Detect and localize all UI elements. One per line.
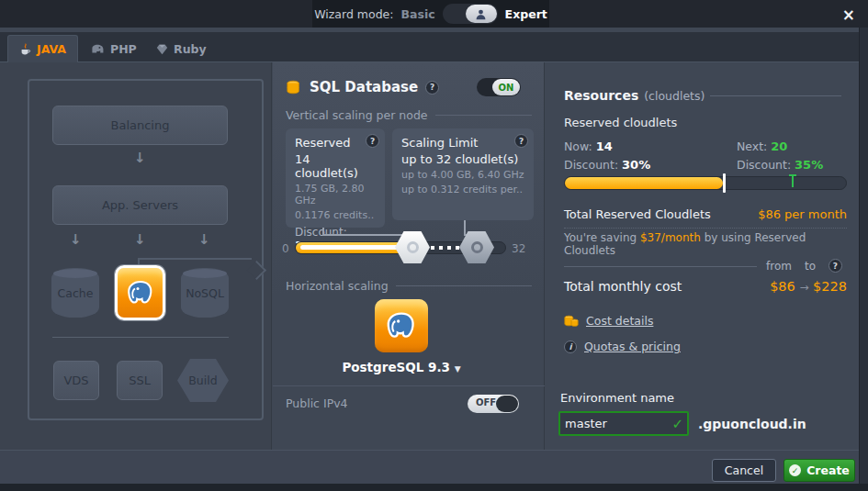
tab-java-label: JAVA	[37, 42, 66, 56]
node-vds[interactable]: VDS	[53, 361, 99, 400]
tab-ruby[interactable]: Ruby	[145, 35, 218, 62]
total-monthly-cost-row: Total monthly cost $86 → $228	[564, 279, 847, 294]
monthly-cost-rule	[564, 266, 757, 267]
now-label: Now:	[564, 139, 592, 153]
footer-bar: Cancel ✓ Create	[0, 450, 859, 484]
now-value: 14	[596, 139, 613, 153]
node-balancing[interactable]: Balancing	[52, 106, 228, 145]
arrow-right-icon: →	[799, 281, 808, 294]
resources-title: Resources	[564, 88, 638, 103]
help-icon[interactable]: ?	[514, 134, 528, 148]
vertical-scaling-heading: Vertical scaling per node	[286, 108, 532, 122]
next-label: Next:	[737, 139, 767, 153]
language-tabstrip: JAVA PHP Ruby	[0, 32, 859, 62]
scaling-limit-slider-handle[interactable]	[459, 231, 494, 263]
wizard-mode-toggle-knob	[466, 5, 497, 23]
sql-settings-panel: SQL Database ? ON Vertical scaling per n…	[273, 62, 545, 450]
resources-subtitle: (cloudlets)	[644, 89, 705, 103]
wizard-mode-label: Wizard mode:	[314, 7, 393, 21]
tab-php[interactable]: PHP	[79, 35, 148, 62]
quotas-pricing-label: Quotas & pricing	[584, 340, 681, 353]
sql-database-header: SQL Database ?	[286, 79, 439, 95]
tab-php-label: PHP	[110, 42, 137, 56]
public-ipv4-toggle[interactable]: OFF	[468, 395, 519, 413]
limit-card-specs: up to 4.00 GB, 6.40 GHz	[401, 169, 524, 181]
domain-suffix-label: .gpuoncloud.in	[698, 417, 806, 431]
arrow-down-icon: ↓	[70, 231, 82, 248]
help-icon[interactable]: ?	[425, 81, 439, 95]
savings-value: $37/month	[640, 231, 701, 244]
heading-rule	[396, 285, 532, 286]
node-ssl[interactable]: SSL	[117, 361, 163, 400]
monthly-to-value: $228	[813, 279, 847, 294]
close-icon[interactable]: ×	[842, 7, 855, 23]
reserved-card-credits: 0.1176 credits..	[295, 209, 376, 221]
wizard-mode-toggle[interactable]	[443, 4, 498, 24]
postgresql-icon	[124, 276, 157, 309]
node-sql-postgresql-selected[interactable]	[115, 265, 165, 320]
postgresql-icon	[383, 307, 420, 344]
slider-max-label: 32	[512, 242, 525, 255]
total-monthly-cost-value: $86 → $228	[770, 279, 847, 294]
limit-card-credits: up to 0.312 credits per..	[401, 184, 524, 195]
reserved-progress-fill	[565, 177, 723, 189]
engine-version-dropdown[interactable]: PostgreSQL 9.3 ▼	[273, 360, 530, 374]
create-button-label: Create	[806, 463, 850, 477]
scaling-limit-card: ? Scaling Limit up to 32 cloudlet(s) up …	[392, 128, 534, 220]
public-ipv4-off-label: OFF	[476, 397, 496, 407]
environment-name-field: ✓	[558, 411, 689, 436]
node-cache[interactable]: Cache	[51, 268, 99, 318]
wizard-screen: Wizard mode: Basic Expert JA	[0, 0, 868, 491]
resources-heading: Resources (cloudlets)	[564, 88, 841, 103]
cancel-button[interactable]: Cancel	[712, 459, 776, 482]
person-icon	[475, 8, 487, 20]
create-button[interactable]: ✓ Create	[783, 459, 855, 482]
horizontal-scaling-heading: Horizontal scaling	[286, 279, 532, 293]
heading-rule	[435, 115, 532, 116]
reserved-card-specs: 1.75 GB, 2.80 GHz	[295, 183, 376, 206]
current-position-marker[interactable]	[723, 173, 726, 193]
ruby-gem-icon	[156, 43, 168, 55]
reserved-slider-handle[interactable]	[395, 231, 430, 263]
help-icon[interactable]: ?	[366, 134, 379, 148]
valid-check-icon: ✓	[671, 416, 687, 432]
reserved-card-cloudlets: 14 cloudlet(s)	[295, 152, 376, 180]
tab-ruby-label: Ruby	[174, 42, 207, 56]
wizard-mode-box: Wizard mode: Basic Expert	[312, 0, 549, 28]
cost-details-link[interactable]: Cost details	[564, 314, 653, 328]
savings-note: You're saving $37/month by using Reserve…	[564, 231, 859, 257]
node-nosql[interactable]: NoSQL	[181, 268, 229, 318]
dialog-right-edge	[859, 28, 868, 484]
sql-database-toggle[interactable]: ON	[477, 78, 521, 96]
page-backdrop	[0, 484, 868, 491]
reserved-card-title: Reserved	[295, 136, 376, 150]
node-app-servers[interactable]: App. Servers	[52, 185, 228, 225]
public-ipv4-label: Public IPv4	[286, 396, 348, 410]
next-discount-pin	[789, 174, 796, 176]
check-circle-icon: ✓	[789, 464, 801, 476]
now-value-row: Now: 14	[564, 139, 613, 153]
engine-version-label: PostgreSQL 9.3	[342, 360, 450, 374]
card-connector	[464, 220, 466, 234]
node-build-label: Build	[188, 374, 217, 387]
handle-ring	[471, 241, 483, 253]
discount-now-value: 30%	[622, 158, 650, 172]
database-stack-icon	[286, 80, 302, 95]
cost-details-label: Cost details	[586, 314, 653, 328]
node-nosql-label: NoSQL	[186, 286, 224, 300]
discount-label: Discount:	[295, 226, 347, 239]
java-icon	[19, 43, 31, 56]
top-bar: Wizard mode: Basic Expert	[0, 0, 868, 28]
card-connector	[322, 234, 411, 236]
arrow-down-icon: ↓	[198, 231, 210, 248]
total-reserved-value: $86 per month	[758, 207, 847, 221]
quotas-pricing-link[interactable]: i Quotas & pricing	[564, 340, 681, 353]
tab-java[interactable]: JAVA	[7, 35, 78, 62]
next-discount-pin	[792, 175, 794, 187]
environment-name-input[interactable]	[560, 417, 671, 430]
horizontal-scaling-label: Horizontal scaling	[286, 279, 389, 293]
info-icon: i	[564, 340, 577, 353]
help-icon[interactable]: ?	[829, 259, 842, 273]
sql-database-toggle-on-label: ON	[492, 79, 520, 95]
reserved-cloudlets-card: ? Reserved 14 cloudlet(s) 1.75 GB, 2.80 …	[286, 128, 385, 228]
